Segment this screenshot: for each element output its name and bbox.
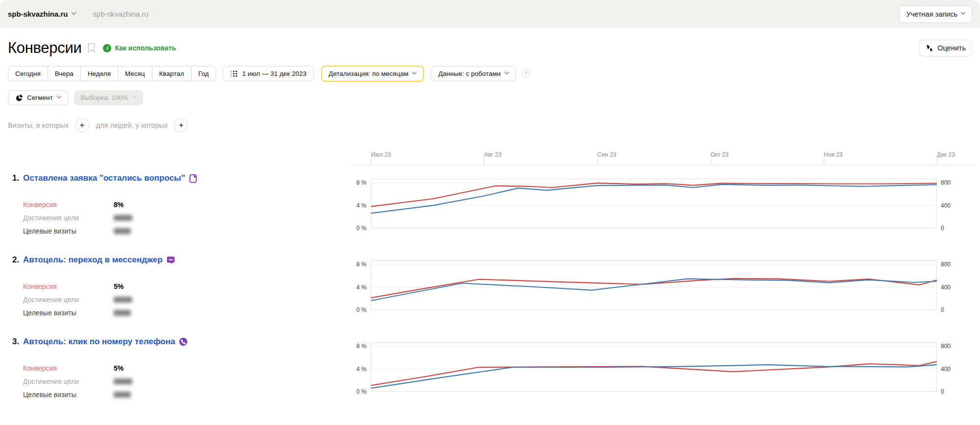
blue-line bbox=[371, 279, 936, 300]
axis-tick bbox=[824, 159, 824, 165]
redacted-value bbox=[114, 378, 132, 384]
page-title: Конверсии bbox=[8, 39, 81, 57]
goal-stats: Конверсия5% Достижения цели Целевые визи… bbox=[23, 361, 343, 401]
y-tick-label-left: 0 % bbox=[356, 307, 367, 313]
segment-dropdown[interactable]: Сегмент bbox=[8, 90, 68, 105]
chevron-down-icon bbox=[961, 10, 966, 15]
detalization-dropdown[interactable]: Детализация: по месяцам bbox=[321, 66, 424, 82]
chevron-down-icon bbox=[71, 10, 76, 15]
axis-tick bbox=[484, 159, 485, 165]
date-range-button[interactable]: 1 июл — 31 дек 2023 bbox=[223, 66, 314, 81]
chevron-down-icon bbox=[504, 70, 509, 74]
goal-stats: Конверсия5% Достижения цели Целевые визи… bbox=[23, 280, 343, 319]
how-to-use-link[interactable]: i Как использовать bbox=[103, 44, 176, 52]
goal-row: 3. Автоцель: клик по номеру телефона Кон… bbox=[0, 335, 980, 417]
thumbs-rate-icon bbox=[926, 45, 934, 52]
goal-stats: Конверсия8% Достижения цели Целевые визи… bbox=[23, 198, 343, 237]
target-visits-label[interactable]: Целевые визиты bbox=[23, 391, 114, 399]
phone-goal-icon bbox=[179, 337, 188, 346]
y-tick-label-left: 8 % bbox=[356, 261, 367, 268]
rate-button-label: Оценить bbox=[937, 44, 966, 52]
redacted-value bbox=[114, 215, 132, 221]
axis-tick bbox=[371, 159, 371, 165]
y-tick-label-left: 8 % bbox=[356, 343, 367, 350]
month-tick-label: Дек 23 bbox=[937, 151, 955, 158]
y-tick-label-left: 4 % bbox=[356, 202, 367, 209]
goal-row: 2. Автоцель: переход в мессенджер Конвер… bbox=[0, 253, 980, 335]
redacted-value bbox=[114, 228, 131, 234]
y-tick-label-right: 0 bbox=[941, 225, 944, 232]
y-tick-label-right: 800 bbox=[941, 343, 951, 350]
goal-reaches-label[interactable]: Достижения цели bbox=[23, 296, 114, 304]
goal-info: 3. Автоцель: клик по номеру телефона Кон… bbox=[0, 335, 343, 417]
data-mode-dropdown[interactable]: Данные: с роботами bbox=[431, 66, 515, 81]
conversion-line-chart bbox=[371, 179, 937, 228]
goal-info: 1. Оставлена заявка "остались вопросы" К… bbox=[0, 171, 343, 253]
month-tick-label: Июл 23 bbox=[371, 151, 391, 158]
y-axis-right: 8004000 bbox=[937, 260, 976, 310]
period-yesterday-button[interactable]: Вчера bbox=[48, 66, 81, 81]
y-tick-label-right: 800 bbox=[941, 261, 951, 268]
goal-reaches-label[interactable]: Достижения цели bbox=[23, 378, 114, 385]
y-tick-label-left: 4 % bbox=[356, 366, 367, 373]
messenger-goal-icon bbox=[167, 256, 175, 264]
conversion-label[interactable]: Конверсия bbox=[23, 283, 114, 290]
y-tick-label-left: 4 % bbox=[356, 284, 367, 291]
chevron-down-icon bbox=[132, 94, 137, 98]
month-tick-label: Окт 23 bbox=[710, 151, 729, 158]
goal-reaches-label[interactable]: Достижения цели bbox=[23, 214, 114, 222]
y-tick-label-right: 800 bbox=[941, 179, 951, 186]
axis-tick bbox=[710, 159, 711, 165]
counter-tab-secondary[interactable]: spb-skvazhina.ru · bbox=[93, 10, 154, 18]
target-visits-label[interactable]: Целевые визиты bbox=[23, 227, 114, 235]
calendar-dots-icon bbox=[230, 71, 238, 77]
period-quarter-button[interactable]: Квартал bbox=[152, 66, 192, 81]
conditions-bar: Визиты, в которых + для людей, у которых… bbox=[0, 105, 980, 132]
add-people-condition-button[interactable]: + bbox=[174, 118, 188, 132]
conversion-label[interactable]: Конверсия bbox=[23, 364, 114, 372]
period-month-button[interactable]: Месяц bbox=[118, 66, 152, 81]
redacted-value bbox=[114, 297, 132, 303]
page-header: Конверсии i Как использовать Оценить bbox=[0, 28, 980, 57]
account-button-label: Учетная запись bbox=[906, 10, 957, 18]
add-visit-condition-button[interactable]: + bbox=[75, 118, 89, 132]
period-week-button[interactable]: Неделя bbox=[80, 66, 118, 81]
counter-selector[interactable]: spb-skvazhina.ru bbox=[8, 10, 75, 18]
goal-title-link[interactable]: Автоцель: клик по номеру телефона bbox=[23, 337, 175, 347]
y-axis-left: 8 %4 %0 % bbox=[343, 342, 371, 392]
sampling-dropdown[interactable]: Выборка: 100% bbox=[74, 90, 143, 105]
y-tick-label-right: 400 bbox=[941, 202, 951, 209]
goal-chart: 8 %4 %0 % 8004000 bbox=[343, 335, 976, 417]
conversion-label[interactable]: Конверсия bbox=[23, 201, 114, 209]
month-tick-label: Авг 23 bbox=[484, 151, 501, 158]
account-button[interactable]: Учетная запись bbox=[899, 5, 972, 23]
period-today-button[interactable]: Сегодня bbox=[8, 66, 48, 81]
segment-label: Сегмент bbox=[27, 94, 53, 101]
goal-title-link[interactable]: Автоцель: переход в мессенджер bbox=[23, 255, 163, 265]
goal-title-link[interactable]: Оставлена заявка "остались вопросы" bbox=[23, 173, 185, 183]
goal-chart: 8 %4 %0 % 8004000 bbox=[343, 171, 976, 253]
rate-button[interactable]: Оценить bbox=[919, 40, 972, 56]
y-tick-label-left: 8 % bbox=[356, 179, 367, 186]
y-axis-left: 8 %4 %0 % bbox=[343, 260, 371, 310]
form-goal-icon bbox=[189, 174, 197, 183]
blue-line bbox=[371, 365, 936, 388]
blue-line bbox=[371, 185, 936, 213]
goal-number: 1. bbox=[12, 173, 23, 183]
bookmark-icon[interactable] bbox=[88, 43, 95, 53]
x-axis-months: Июл 23Авг 23Сен 23Окт 23Ноя 23Дек 23 bbox=[371, 149, 937, 165]
y-tick-label-left: 0 % bbox=[356, 388, 367, 395]
help-icon[interactable]: ? bbox=[521, 70, 530, 78]
goal-number: 2. bbox=[12, 255, 23, 265]
chevron-down-icon bbox=[56, 94, 61, 98]
goal-info: 2. Автоцель: переход в мессенджер Конвер… bbox=[0, 253, 343, 335]
period-switcher: Сегодня Вчера Неделя Месяц Квартал Год bbox=[8, 66, 216, 81]
goal-chart: 8 %4 %0 % 8004000 bbox=[343, 253, 976, 335]
counter-secondary-name: spb-skvazhina.ru bbox=[93, 10, 148, 18]
axis-tick bbox=[937, 159, 937, 165]
period-year-button[interactable]: Год bbox=[191, 66, 217, 81]
axis-tick bbox=[597, 159, 598, 165]
target-visits-label[interactable]: Целевые визиты bbox=[23, 309, 114, 317]
conversion-value: 5% bbox=[114, 283, 123, 290]
segment-bar: Сегмент Выборка: 100% bbox=[0, 82, 980, 105]
